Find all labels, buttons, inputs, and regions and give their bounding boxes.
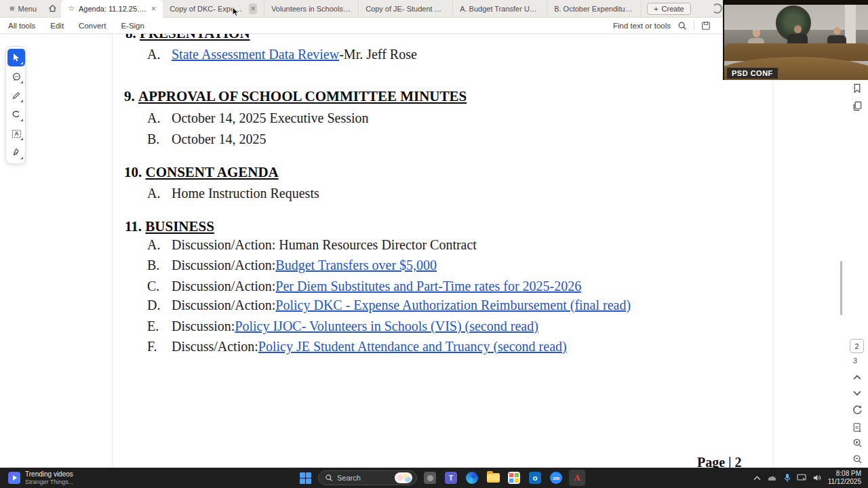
taskbar-app-zoom[interactable]: zm — [548, 470, 564, 486]
taskbar-app-file-explorer[interactable] — [485, 470, 501, 486]
tab-label: Volunteers in Schools (VIS) .docx — [271, 5, 351, 13]
create-label: Create — [662, 5, 684, 13]
policy-dkc-link[interactable]: Policy DKC - Expense Authorization Reimb… — [275, 298, 631, 313]
close-icon[interactable]: × — [151, 5, 156, 13]
taskbar-app-photos[interactable] — [422, 470, 438, 486]
esign-button[interactable]: E-Sign — [121, 22, 144, 30]
start-button[interactable] — [297, 470, 313, 486]
add-text-tool-button[interactable]: A — [7, 125, 25, 142]
total-pages-label: 3 — [853, 357, 857, 365]
agenda-item: A. Discussion/Action: Human Resources Di… — [147, 237, 477, 253]
item-text: Discussion/Action: Human Resources Direc… — [172, 237, 477, 253]
export-page-button[interactable] — [850, 420, 864, 434]
zoom-out-button[interactable] — [850, 452, 864, 466]
windows-logo-icon — [300, 472, 311, 484]
tab-label: Agenda: 11.12.25.docx — [79, 5, 147, 13]
create-button[interactable]: + Create — [647, 3, 690, 15]
page-left-edge — [112, 34, 113, 468]
home-button[interactable] — [43, 0, 61, 18]
tab-volunteers[interactable]: Volunteers in Schools (VIS) .docx — [264, 0, 359, 18]
taskbar-app-acrobat[interactable]: A — [569, 470, 585, 486]
video-top-strip — [724, 0, 868, 5]
taskbar-search[interactable]: Search — [318, 470, 417, 485]
item-letter: B. — [147, 131, 172, 147]
volume-button[interactable] — [812, 474, 822, 482]
taskbar-app-store[interactable] — [506, 470, 522, 486]
item-letter: A. — [147, 110, 172, 126]
item-text: Home Instruction Requests — [172, 186, 319, 201]
chevron-up-icon — [853, 375, 861, 380]
refresh-view-button[interactable] — [850, 403, 864, 416]
tray-overflow-button[interactable] — [753, 476, 761, 481]
divider — [694, 21, 694, 30]
section-heading: BUSINESS — [145, 218, 214, 235]
menu-button[interactable]: ≡ Menu — [0, 0, 43, 18]
star-icon[interactable]: ☆ — [68, 4, 75, 13]
mouse-cursor — [232, 7, 241, 18]
tab-label: Copy of JE- Student Attendance ... — [366, 5, 446, 13]
policy-ijoc-link[interactable]: Policy IJOC- Volunteers in Schools (VIS)… — [235, 319, 538, 334]
hamburger-icon: ≡ — [9, 3, 15, 14]
edit-button[interactable]: Edit — [50, 22, 64, 30]
document-viewport[interactable]: 8. PRESENTATION A. State Assessment Data… — [0, 34, 868, 468]
save-icon[interactable] — [701, 21, 711, 30]
microphone-status-button[interactable] — [784, 473, 791, 483]
sync-icon[interactable] — [712, 3, 722, 14]
item-letter: D. — [147, 298, 172, 313]
tab-agenda[interactable]: ☆ Agenda: 11.12.25.docx × — [61, 0, 163, 18]
taskbar-clock[interactable]: 8:08 PM 11/12/2025 — [828, 470, 865, 487]
item-letter: A. — [147, 47, 172, 62]
select-tool-button[interactable] — [7, 49, 25, 66]
tab-budget-transfer[interactable]: A. Budget Transfer Under $5K.pdf — [453, 0, 547, 18]
previous-page-button[interactable] — [850, 371, 864, 384]
section-number: 11. — [125, 218, 142, 235]
agenda-item: F. Discuss/Action: Policy JE Student Att… — [147, 339, 567, 354]
convert-button[interactable]: Convert — [79, 22, 106, 30]
taskbar-app-teams[interactable]: T — [443, 470, 459, 486]
comment-icon — [12, 72, 22, 82]
find-text-label[interactable]: Find text or tools — [613, 22, 671, 30]
tab-october-expenditures[interactable]: B. October Expenditures.pdf — [547, 0, 642, 18]
item-text: October 14, 2025 Executive Session — [172, 110, 369, 126]
zoom-in-button[interactable] — [850, 436, 864, 449]
comment-tool-button[interactable] — [7, 68, 25, 85]
current-page-input[interactable]: 2 — [850, 339, 864, 353]
per-diem-link[interactable]: Per Diem Substitutes and Part-Time rates… — [275, 279, 581, 294]
page-thumbnails-button[interactable] — [850, 99, 864, 113]
bookmarks-panel-button[interactable] — [850, 81, 864, 95]
close-icon[interactable]: × — [249, 3, 257, 14]
vertical-scrollbar[interactable] — [840, 261, 842, 315]
search-icon[interactable] — [677, 21, 687, 30]
agenda-item: D. Discussion/Action: Policy DKC - Expen… — [147, 298, 631, 313]
microphone-icon — [784, 473, 791, 483]
person-center — [787, 26, 808, 45]
export-doc-icon — [852, 422, 862, 432]
onedrive-status-button[interactable] — [767, 474, 778, 482]
item-letter: A. — [147, 186, 172, 201]
pencil-tool-button[interactable] — [7, 87, 25, 104]
next-page-button[interactable] — [850, 386, 864, 400]
pencil-icon — [12, 91, 21, 100]
all-tools-button[interactable]: All tools — [8, 22, 35, 30]
policy-je-link[interactable]: Policy JE Student Attendance and Truancy… — [258, 339, 567, 354]
state-assessment-link[interactable]: State Assessment Data Review — [172, 47, 339, 62]
widgets-button[interactable]: Trending videos Stranger Things... — [4, 468, 77, 488]
folder-icon — [487, 473, 500, 483]
section-number: 10. — [124, 164, 142, 181]
budget-transfers-link[interactable]: Budget Transfers over $5,000 — [275, 258, 437, 273]
meeting-video-feed[interactable]: PSD CONF — [723, 0, 868, 80]
pages-icon — [852, 101, 863, 111]
taskbar-app-outlook[interactable]: o — [527, 470, 543, 486]
highlight-tool-button[interactable] — [7, 106, 25, 123]
section11-heading: 11. BUSINESS — [125, 218, 214, 235]
sign-tool-button[interactable] — [7, 144, 25, 161]
cast-icon — [797, 474, 806, 482]
tab-dkc-expense[interactable]: Copy of DKC- Expense Autho.. × — [163, 0, 264, 18]
cast-screen-button[interactable] — [797, 474, 806, 482]
tab-je-attendance[interactable]: Copy of JE- Student Attendance ... — [359, 0, 453, 18]
microsoft-store-icon — [508, 472, 520, 484]
taskbar-app-edge[interactable] — [464, 470, 480, 486]
section-heading: APPROVAL OF SCHOOL COMMITTEE MINUTES — [138, 88, 467, 105]
item-letter: F. — [147, 339, 172, 354]
cursor-arrow-icon — [12, 53, 20, 62]
